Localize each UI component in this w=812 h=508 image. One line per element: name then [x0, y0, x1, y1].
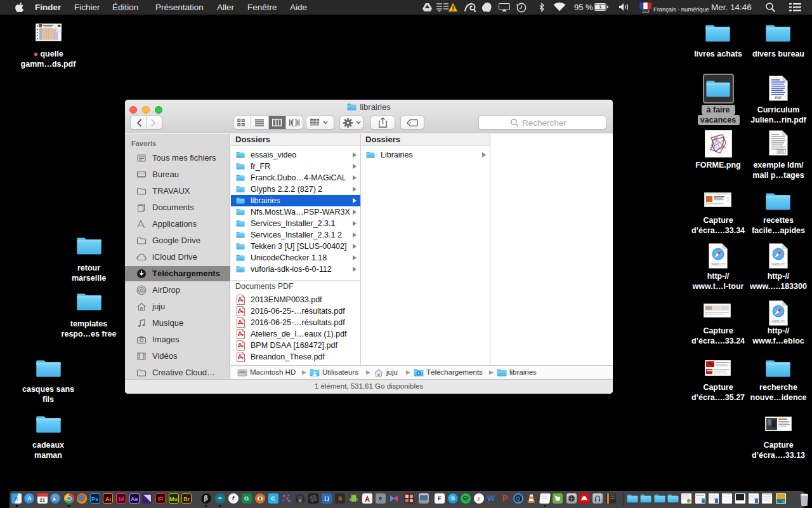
svg-text:123: 123 — [642, 9, 650, 13]
svg-text:WEBLOC: WEBLOC — [771, 319, 785, 323]
svg-text:RTF: RTF — [778, 150, 784, 154]
svg-text:PDF: PDF — [775, 96, 783, 100]
svg-text:WEBLOC: WEBLOC — [711, 262, 725, 266]
svg-text:WEBLOC: WEBLOC — [771, 262, 785, 266]
